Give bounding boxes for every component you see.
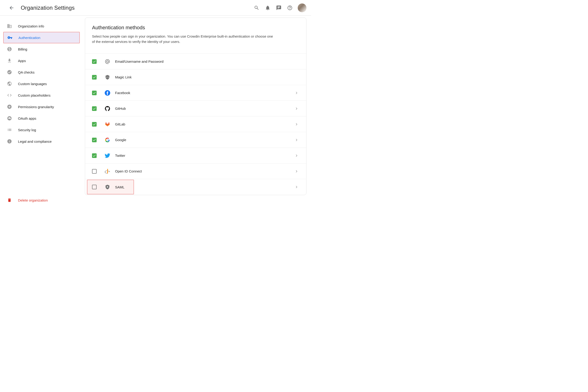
github-icon: [104, 106, 110, 112]
auth-methods-list: Email/Username and Password Magic Link F…: [85, 54, 306, 195]
sidebar-item-oauth-apps[interactable]: OAuth apps: [0, 112, 83, 124]
shield-lock-icon: [104, 184, 110, 190]
section-title: Authentication methods: [85, 25, 306, 34]
check-icon: [92, 154, 96, 158]
help-icon: [287, 5, 292, 10]
facebook-icon: [104, 90, 110, 96]
check-icon: [92, 91, 96, 95]
delete-org-label: Delete organization: [18, 198, 48, 202]
sidebar-item-label: Apps: [18, 59, 26, 63]
back-button[interactable]: [7, 3, 16, 12]
google-icon: [104, 137, 110, 143]
sidebar-item-label: Authentication: [18, 36, 40, 40]
sidebar-item-label: QA checks: [18, 70, 34, 74]
checkbox[interactable]: [92, 122, 96, 126]
trash-icon: [6, 197, 12, 203]
checkbox[interactable]: [92, 153, 96, 158]
method-row-openid-connect[interactable]: Open ID Connect: [85, 164, 306, 179]
method-label: GitLab: [115, 122, 294, 126]
gitlab-icon: [104, 121, 110, 127]
method-row-google[interactable]: Google: [85, 132, 306, 148]
method-row-saml[interactable]: SAML: [85, 179, 306, 195]
method-label: Twitter: [115, 154, 294, 158]
method-label: Open ID Connect: [115, 169, 294, 173]
chevron-right-icon: [294, 168, 299, 174]
method-row-facebook[interactable]: Facebook: [85, 85, 306, 101]
info-icon: [6, 138, 12, 144]
sidebar-item-legal-compliance[interactable]: Legal and compliance: [0, 136, 83, 147]
auth-methods-card: Authentication methods Select how people…: [85, 18, 306, 195]
chevron-right-icon: [294, 90, 299, 96]
openid-icon: [104, 168, 110, 174]
method-row-email-password[interactable]: Email/Username and Password: [85, 54, 306, 70]
sidebar-item-security-log[interactable]: Security log: [0, 124, 83, 136]
check-icon: [92, 76, 96, 79]
at-icon: [104, 58, 110, 64]
bell-icon: [265, 5, 270, 10]
checkbox[interactable]: [92, 90, 96, 95]
sidebar-item-custom-languages[interactable]: Custom languages: [0, 78, 83, 90]
search-button[interactable]: [254, 4, 260, 11]
checkbox[interactable]: [92, 169, 96, 174]
sidebar-item-label: Custom languages: [18, 82, 47, 86]
checkbox[interactable]: [92, 106, 96, 111]
delete-organization-button[interactable]: Delete organization: [0, 193, 83, 207]
method-row-gitlab[interactable]: GitLab: [85, 116, 306, 132]
checkbox[interactable]: [92, 75, 96, 80]
checkbox[interactable]: [92, 138, 96, 142]
chevron-right-icon: [294, 184, 299, 190]
messages-button[interactable]: [276, 4, 282, 11]
sidebar: Organization info Authentication Billing…: [0, 16, 83, 207]
sidebar-item-label: Custom placeholders: [18, 94, 50, 97]
notifications-button[interactable]: [264, 4, 271, 11]
download-icon: [6, 58, 12, 64]
method-label: SAML: [115, 185, 294, 189]
checkbox[interactable]: [92, 59, 96, 64]
section-description: Select how people can sign in your organ…: [85, 34, 284, 54]
checkbox[interactable]: [92, 185, 96, 189]
chat-icon: [276, 5, 282, 10]
check-icon: [92, 107, 96, 110]
topbar: Organization Settings: [0, 0, 311, 16]
sidebar-item-label: Permissions granularity: [18, 105, 54, 109]
check-icon: [92, 138, 96, 142]
sidebar-item-billing[interactable]: Billing: [0, 43, 83, 55]
check-icon: [92, 60, 96, 64]
sidebar-item-label: Security log: [18, 128, 36, 132]
method-row-github[interactable]: GitHub: [85, 101, 306, 116]
method-row-magic-link[interactable]: Magic Link: [85, 70, 306, 85]
shield-link-icon: [104, 74, 110, 80]
sidebar-item-organization-info[interactable]: Organization info: [0, 20, 83, 32]
sidebar-item-label: Organization info: [18, 24, 44, 28]
main-content: Authentication methods Select how people…: [83, 16, 311, 207]
arrow-back-icon: [9, 5, 14, 10]
method-label: Facebook: [115, 91, 294, 95]
method-row-twitter[interactable]: Twitter: [85, 148, 306, 164]
sidebar-item-apps[interactable]: Apps: [0, 55, 83, 66]
chevron-right-icon: [294, 122, 299, 127]
code-icon: [6, 92, 12, 98]
building-icon: [6, 23, 12, 29]
method-label: Magic Link: [115, 75, 299, 79]
chevron-right-icon: [294, 106, 299, 111]
sidebar-item-authentication[interactable]: Authentication: [3, 32, 80, 43]
chevron-right-icon: [294, 137, 299, 143]
page-title: Organization Settings: [21, 4, 75, 11]
dollar-icon: [6, 46, 12, 52]
help-button[interactable]: [286, 4, 293, 11]
sidebar-item-label: OAuth apps: [18, 116, 36, 120]
method-label: GitHub: [115, 106, 294, 110]
check-icon: [92, 122, 96, 126]
avatar[interactable]: [298, 4, 306, 12]
twitter-icon: [104, 153, 110, 159]
sidebar-item-qa-checks[interactable]: QA checks: [0, 66, 83, 78]
method-label: Email/Username and Password: [115, 60, 299, 64]
globe-icon: [6, 81, 12, 87]
sidebar-item-custom-placeholders[interactable]: Custom placeholders: [0, 90, 83, 101]
sidebar-item-permissions-granularity[interactable]: Permissions granularity: [0, 101, 83, 112]
sidebar-item-label: Billing: [18, 47, 27, 51]
method-label: Google: [115, 138, 294, 142]
cloud-icon: [6, 115, 12, 121]
topbar-actions: [254, 4, 306, 12]
plus-circle-icon: [6, 104, 12, 110]
